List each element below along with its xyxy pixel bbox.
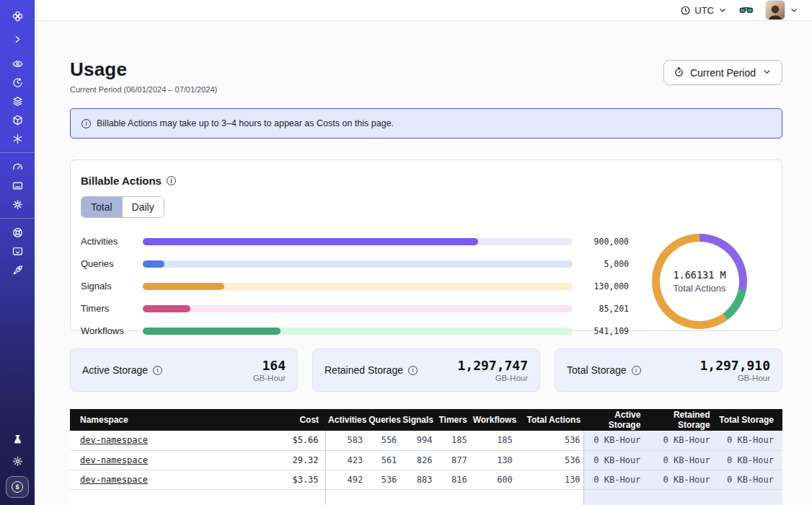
billable-actions-card: Billable Actions TotalDaily Activities90… xyxy=(70,159,782,331)
bar-fill xyxy=(143,328,281,335)
column-header-cost: Cost xyxy=(284,409,325,431)
table-row: dev-namespace29.324235618268771305360 KB… xyxy=(70,450,782,470)
card-icon[interactable] xyxy=(6,176,29,195)
table-cell: 185 xyxy=(436,431,470,450)
table-cell xyxy=(470,489,516,505)
namespace-cell: dev-namespace xyxy=(70,450,284,470)
asterisk-icon[interactable] xyxy=(6,129,29,148)
table-cell: 536 xyxy=(516,450,583,470)
topbar: UTC xyxy=(35,0,812,21)
table-body: dev-namespace$5.665835569941851855360 KB… xyxy=(70,431,782,505)
feedback-glasses-icon[interactable] xyxy=(739,4,754,16)
billing-dollar-icon xyxy=(12,481,23,493)
bar-label: Signals xyxy=(81,281,143,291)
sidebar-separator xyxy=(0,152,35,153)
app: UTC Usag xyxy=(0,0,812,505)
chevron-down-icon xyxy=(718,5,728,15)
table-row: dev-namespace$3.354925368838166001300 KB… xyxy=(70,470,782,489)
table-cell: 0 KB-Hour xyxy=(642,450,711,470)
support-monitor-icon[interactable] xyxy=(6,242,29,260)
storage-card-active-storage: Active Storage164GB-Hour xyxy=(70,348,298,392)
table-cell xyxy=(583,489,642,505)
storage-card-label: Active Storage xyxy=(82,364,162,376)
table-row-partial xyxy=(70,489,782,505)
table-cell: 583 xyxy=(325,431,366,450)
info-icon[interactable] xyxy=(153,366,162,375)
bar-row-timers: Timers85,201 xyxy=(81,303,629,314)
column-header-workflows: Workflows xyxy=(470,409,516,431)
bar-row-signals: Signals130,000 xyxy=(81,281,629,291)
table-cell: 0 KB-Hour xyxy=(712,431,782,450)
storage-card-value: 164 xyxy=(253,359,286,373)
current-period-button[interactable]: Current Period xyxy=(663,60,782,85)
billable-bars-chart: Activities900,000Queries5,000Signals130,… xyxy=(81,234,629,336)
settings-gear-icon[interactable] xyxy=(6,195,29,214)
info-icon[interactable] xyxy=(167,176,176,185)
account-menu[interactable] xyxy=(765,0,799,20)
table-cell: $3.35 xyxy=(284,470,325,489)
namespace-link[interactable]: dev-namespace xyxy=(80,475,148,485)
namespace-link[interactable]: dev-namespace xyxy=(80,435,148,445)
layers-icon[interactable] xyxy=(6,92,29,110)
storage-card-label: Total Storage xyxy=(567,364,641,376)
sidebar xyxy=(0,0,35,505)
bar-value: 900,000 xyxy=(573,237,629,247)
eye-icon[interactable] xyxy=(6,54,29,73)
lifebuoy-icon[interactable] xyxy=(6,223,29,242)
table-header-row: NamespaceCostActivitiesQueriesSignalsTim… xyxy=(70,409,782,431)
expand-chevron-right-icon[interactable] xyxy=(6,30,29,48)
temporal-logo-icon[interactable] xyxy=(6,6,29,25)
bar-label: Timers xyxy=(81,303,143,314)
column-header-total-storage: Total Storage xyxy=(712,409,782,431)
column-header-timers: Timers xyxy=(436,409,470,431)
tab-total[interactable]: Total xyxy=(81,197,122,217)
column-header-retained-storage: Retained Storage xyxy=(642,409,711,431)
timezone-selector[interactable]: UTC xyxy=(680,5,728,16)
cube-icon[interactable] xyxy=(6,110,29,129)
info-icon xyxy=(81,119,91,128)
table-cell xyxy=(516,489,583,505)
table-cell xyxy=(70,489,284,505)
chevron-down-icon xyxy=(762,66,772,79)
storage-card-unit: GB-Hour xyxy=(457,374,528,382)
current-period-label: Current Period xyxy=(690,67,756,79)
table-cell xyxy=(712,489,782,505)
theme-sun-icon[interactable] xyxy=(6,452,29,470)
storage-card-label: Retained Storage xyxy=(325,364,418,376)
info-icon[interactable] xyxy=(408,366,418,375)
table-cell: 883 xyxy=(400,470,435,489)
stopwatch-icon xyxy=(674,66,684,79)
bar-track xyxy=(143,305,573,312)
table-cell: 536 xyxy=(516,431,583,450)
sidebar-item-usage[interactable] xyxy=(6,476,29,498)
bar-value: 541,109 xyxy=(573,326,629,336)
history-icon[interactable] xyxy=(6,73,29,92)
table-cell: 0 KB-Hour xyxy=(583,450,642,470)
table-cell xyxy=(436,489,470,505)
namespace-link[interactable]: dev-namespace xyxy=(80,455,148,465)
table-cell: 826 xyxy=(400,450,435,470)
donut-total-label: Total Actions xyxy=(674,283,726,294)
avatar xyxy=(765,0,785,20)
table-cell: 561 xyxy=(366,450,400,470)
rocket-icon[interactable] xyxy=(6,260,29,279)
info-icon[interactable] xyxy=(632,366,641,375)
table-cell: 816 xyxy=(436,470,470,489)
bar-value: 5,000 xyxy=(573,259,629,269)
tab-daily[interactable]: Daily xyxy=(122,197,164,217)
gauge-icon[interactable] xyxy=(6,157,29,176)
flask-icon[interactable] xyxy=(6,430,29,449)
total-actions-donut-chart: 1.66131 M Total Actions xyxy=(652,234,747,329)
table-cell: 0 KB-Hour xyxy=(712,450,782,470)
column-header-active-storage: Active Storage xyxy=(583,409,642,431)
bar-fill xyxy=(143,260,164,268)
storage-card-unit: GB-Hour xyxy=(253,374,286,382)
table-cell: 0 KB-Hour xyxy=(642,431,711,450)
table-cell: 556 xyxy=(366,431,400,450)
table-cell xyxy=(400,489,435,505)
table-cell: 492 xyxy=(325,470,366,489)
storage-card-retained-storage: Retained Storage1,297,747GB-Hour xyxy=(312,348,540,392)
bar-row-workflows: Workflows541,109 xyxy=(81,325,629,336)
bar-label: Workflows xyxy=(81,325,143,336)
bar-label: Activities xyxy=(81,236,143,247)
